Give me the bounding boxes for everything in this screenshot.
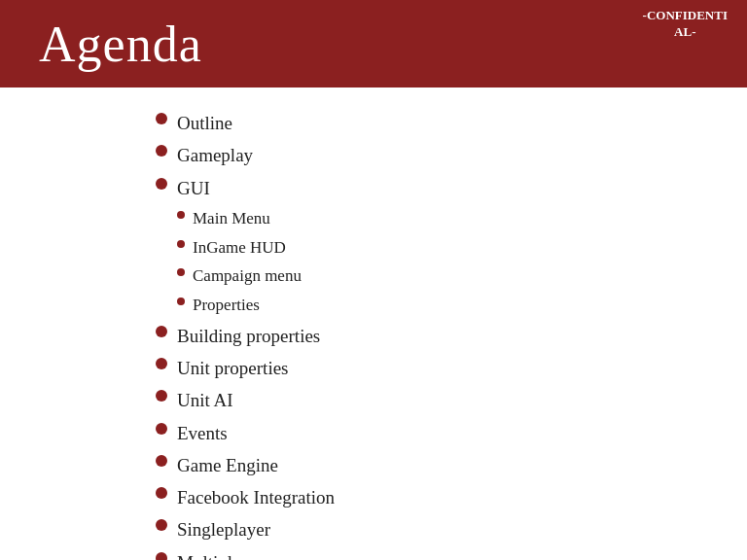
list-item: Unit AI [156,384,708,416]
confidential-label: -CONFIDENTI AL- [643,8,728,41]
list-item: Game Engine [156,449,708,481]
list-item-label: Multiplayer [177,546,265,561]
list-item: Main Menu [177,204,302,233]
list-item: Campaign menu [177,262,302,291]
sub-list-item-label: Main Menu [193,204,270,233]
page-title: Agenda [0,16,202,73]
bullet-icon [177,298,185,305]
bullet-icon [156,358,167,369]
sub-list: Main MenuInGame HUDCampaign menuProperti… [177,204,302,320]
bullet-icon [156,390,167,402]
list-item-label: Singleplayer [177,513,270,545]
agenda-list: OutlineGameplayGUIMain MenuInGame HUDCam… [156,107,708,560]
bullet-icon [177,268,185,276]
list-item-label: Facebook Integration [177,481,335,513]
list-item-label: Game Engine [177,449,278,481]
list-item: Building properties [156,320,708,352]
list-item: Multiplayer [156,546,708,561]
bullet-icon [156,178,167,190]
list-item: Facebook Integration [156,481,708,513]
bullet-icon [156,519,167,531]
list-item-label: Unit properties [177,352,289,384]
list-item: Unit properties [156,352,708,384]
bullet-icon [156,145,167,157]
bullet-icon [156,326,167,337]
sub-list-item-label: Campaign menu [193,262,302,291]
sub-list-item-label: InGame HUD [193,233,286,262]
content-area: OutlineGameplayGUIMain MenuInGame HUDCam… [0,88,747,560]
bullet-icon [156,487,167,499]
list-item: Singleplayer [156,513,708,545]
bullet-icon [156,455,167,467]
list-item: GUIMain MenuInGame HUDCampaign menuPrope… [156,172,708,320]
bullet-icon [156,552,167,561]
bullet-icon [177,211,185,219]
list-item-label: Unit AI [177,384,233,416]
bullet-icon [177,240,185,248]
list-item: Gameplay [156,139,708,171]
list-item-label: Gameplay [177,139,253,171]
list-item: InGame HUD [177,233,302,262]
list-item-label: GUI [177,178,210,198]
list-item: Outline [156,107,708,139]
list-item: Events [156,417,708,449]
header: Agenda -CONFIDENTI AL- [0,0,747,88]
list-item-label: Events [177,417,228,449]
bullet-icon [156,113,167,124]
list-item-label: Outline [177,107,232,139]
sub-list-item-label: Properties [193,291,260,320]
bullet-icon [156,423,167,435]
list-item-label: Building properties [177,320,320,352]
list-item: Properties [177,291,302,320]
